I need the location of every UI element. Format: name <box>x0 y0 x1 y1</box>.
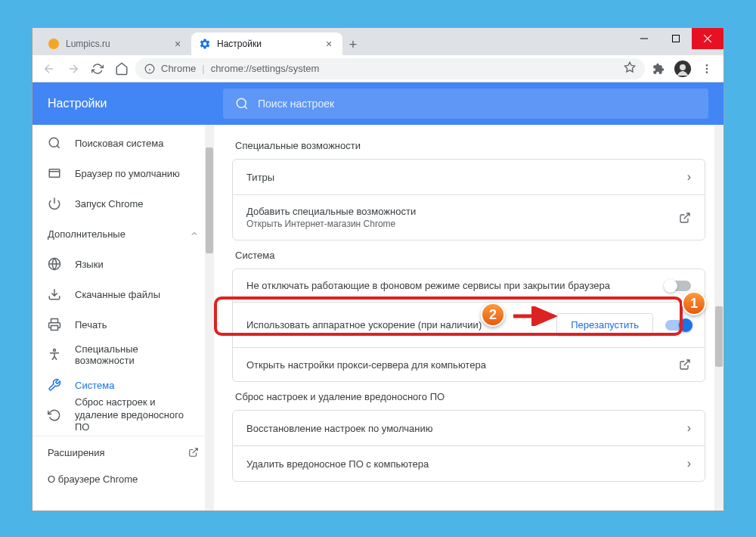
omnibox[interactable]: Chrome | chrome://settings/system <box>135 58 645 79</box>
sidebar-item-languages[interactable]: Языки <box>33 249 214 279</box>
download-icon <box>48 287 61 301</box>
svg-point-14 <box>237 98 246 107</box>
sidebar-item-accessibility[interactable]: Специальные возможности <box>33 340 214 370</box>
tab-favicon-settings <box>199 38 211 50</box>
svg-point-16 <box>49 138 58 147</box>
profile-avatar[interactable] <box>672 58 693 79</box>
settings-header: Настройки Поиск настроек <box>33 82 723 125</box>
row-label: Использовать аппаратное ускорение (при н… <box>246 319 482 331</box>
reset-card: Восстановление настроек по умолчанию › У… <box>232 410 705 482</box>
system-card: Не отключать работающие в фоновом режиме… <box>232 268 705 382</box>
tab-lumpics[interactable]: Lumpics.ru × <box>40 33 191 55</box>
row-label: Восстановление настроек по умолчанию <box>246 423 433 434</box>
external-link-icon <box>679 212 691 224</box>
star-icon[interactable] <box>624 61 636 76</box>
sidebar-item-reset[interactable]: Сброс настроек и удаление вредоносного П… <box>33 400 214 430</box>
row-label: Открыть настройки прокси-сервера для ком… <box>246 359 486 371</box>
settings-panel: Специальные возможности Титры › Добавить… <box>214 125 723 511</box>
row-label: Добавить специальные возможности <box>246 206 416 217</box>
sidebar-label: Печать <box>75 319 107 331</box>
tab-label: Lumpics.ru <box>66 39 110 49</box>
sidebar-item-printing[interactable]: Печать <box>33 309 214 340</box>
external-link-icon <box>188 447 199 458</box>
row-captions[interactable]: Титры › <box>233 160 705 194</box>
titlebar: Lumpics.ru × Настройки × + <box>33 28 723 55</box>
sidebar-item-search-engine[interactable]: Поисковая система <box>33 128 214 158</box>
panel-scrollbar[interactable] <box>714 125 723 511</box>
sidebar-label: Браузер по умолчанию <box>75 168 180 179</box>
url-text: chrome://settings/system <box>211 63 320 74</box>
url-separator: | <box>202 63 204 74</box>
row-label: Титры <box>246 172 274 183</box>
section-accessibility-title: Специальные возможности <box>232 131 705 159</box>
url-scheme: Chrome <box>161 63 196 74</box>
chevron-right-icon: › <box>687 457 691 470</box>
globe-icon <box>48 257 61 271</box>
sidebar-label: Поисковая система <box>75 138 164 149</box>
row-cleanup[interactable]: Удалить вредоносное ПО с компьютера › <box>233 445 705 481</box>
sidebar-label: О браузере Chrome <box>48 473 138 485</box>
extensions-button[interactable] <box>648 58 669 79</box>
browser-icon <box>48 166 61 180</box>
search-icon <box>48 136 61 150</box>
svg-rect-22 <box>51 326 58 331</box>
svg-point-23 <box>54 349 56 352</box>
tab-close-icon[interactable]: × <box>323 38 335 50</box>
print-icon <box>48 318 61 331</box>
sidebar-item-default-browser[interactable]: Браузер по умолчанию <box>33 158 214 188</box>
sidebar-label: Языки <box>75 259 104 270</box>
accessibility-card: Титры › Добавить специальные возможности… <box>232 159 705 241</box>
reload-button[interactable] <box>87 58 108 79</box>
home-button[interactable] <box>111 58 132 79</box>
row-proxy[interactable]: Открыть настройки прокси-сервера для ком… <box>233 347 705 381</box>
svg-point-13 <box>706 71 708 73</box>
tab-close-icon[interactable]: × <box>172 38 184 50</box>
search-placeholder: Поиск настроек <box>258 98 334 110</box>
section-system-title: Система <box>232 241 705 268</box>
accessibility-icon <box>48 348 61 362</box>
toggle-hardware-accel[interactable] <box>665 320 691 331</box>
sidebar-item-downloads[interactable]: Скачанные файлы <box>33 279 214 309</box>
sidebar-label: Система <box>75 380 114 391</box>
sidebar-label: Специальные возможности <box>75 343 199 366</box>
row-hardware-accel[interactable]: Использовать аппаратное ускорение (при н… <box>233 302 705 347</box>
minimize-button[interactable] <box>628 28 660 49</box>
chevron-up-icon <box>190 229 199 238</box>
svg-rect-2 <box>673 36 680 42</box>
row-restore-defaults[interactable]: Восстановление настроек по умолчанию › <box>233 411 705 445</box>
sidebar-label: Дополнительные <box>48 228 125 240</box>
search-icon <box>235 97 249 110</box>
tab-settings[interactable]: Настройки × <box>191 33 342 55</box>
row-label: Удалить вредоносное ПО с компьютера <box>246 458 429 470</box>
forward-button[interactable] <box>63 58 84 79</box>
sidebar-item-extensions[interactable]: Расширения <box>33 439 214 466</box>
sidebar-item-about[interactable]: О браузере Chrome <box>33 466 214 492</box>
settings-search[interactable]: Поиск настроек <box>223 88 708 119</box>
back-button[interactable] <box>39 58 60 79</box>
address-bar: Chrome | chrome://settings/system <box>33 55 723 82</box>
window-controls <box>628 28 723 49</box>
svg-point-12 <box>706 67 708 70</box>
section-reset-title: Сброс настроек и удаление вредоносного П… <box>232 382 705 410</box>
settings-title: Настройки <box>48 97 199 110</box>
toggle-background-apps[interactable] <box>665 281 691 291</box>
svg-point-11 <box>706 64 708 67</box>
restart-button[interactable]: Перезапустить <box>556 313 653 337</box>
tab-label: Настройки <box>217 39 262 49</box>
sidebar-scrollbar[interactable] <box>205 125 214 511</box>
row-label: Не отключать работающие в фоновом режиме… <box>246 280 610 291</box>
menu-button[interactable] <box>696 58 717 79</box>
maximize-button[interactable] <box>660 28 692 49</box>
new-tab-button[interactable]: + <box>342 34 364 55</box>
site-info-icon <box>144 64 155 74</box>
svg-line-17 <box>57 145 59 147</box>
close-window-button[interactable] <box>692 28 723 49</box>
chevron-right-icon: › <box>687 170 691 184</box>
sidebar-item-on-startup[interactable]: Запуск Chrome <box>33 188 214 219</box>
power-icon <box>48 197 61 210</box>
settings-main: Поисковая система Браузер по умолчанию З… <box>33 125 723 511</box>
row-background-apps[interactable]: Не отключать работающие в фоновом режиме… <box>233 269 705 302</box>
sidebar-section-advanced[interactable]: Дополнительные <box>33 219 214 249</box>
restore-icon <box>48 408 61 422</box>
row-add-accessibility[interactable]: Добавить специальные возможности Открыть… <box>233 194 705 240</box>
